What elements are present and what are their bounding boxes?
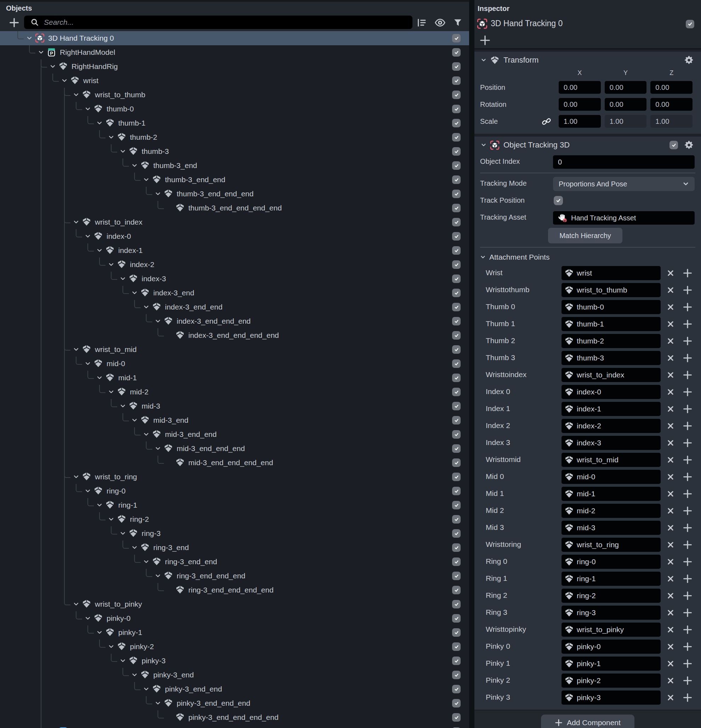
chevron-down-icon[interactable] xyxy=(97,502,102,508)
visibility-checkbox[interactable] xyxy=(452,515,461,524)
add-attachment-button[interactable] xyxy=(683,506,692,516)
tree-row-ring-3-end-end-end[interactable]: ring-3_end_end_end xyxy=(0,569,469,583)
chevron-down-icon[interactable] xyxy=(155,573,161,579)
visibility-checkbox[interactable] xyxy=(452,558,461,566)
chevron-down-icon[interactable] xyxy=(73,474,79,480)
scale-z-field[interactable]: 1.00 xyxy=(650,115,692,128)
visibility-checkbox[interactable] xyxy=(452,374,461,382)
remove-attachment-button[interactable] xyxy=(667,524,675,532)
tree-row-mid-3-end-end[interactable]: mid-3_end_end xyxy=(0,427,469,442)
tree-row-thumb-3-end-end-end-end[interactable]: thumb-3_end_end_end_end xyxy=(0,201,469,215)
tree-row-ring-2[interactable]: ring-2 xyxy=(0,512,469,526)
visibility-checkbox[interactable] xyxy=(452,388,461,396)
visibility-checkbox[interactable] xyxy=(452,260,461,269)
visibility-checkbox[interactable] xyxy=(452,189,461,198)
visibility-checkbox[interactable] xyxy=(452,345,461,354)
add-attachment-button[interactable] xyxy=(683,370,692,380)
visibility-checkbox[interactable] xyxy=(452,175,461,184)
tree-row-wrist-to-thumb[interactable]: wrist_to_thumb xyxy=(0,88,469,102)
visibility-checkbox[interactable] xyxy=(452,218,461,227)
chevron-down-icon[interactable] xyxy=(120,149,126,154)
tree-row-righthandrig[interactable]: RightHandRig xyxy=(0,59,469,74)
remove-attachment-button[interactable] xyxy=(667,337,675,345)
attachment-object-field[interactable]: wrist_to_mid xyxy=(562,453,660,467)
visibility-checkbox[interactable] xyxy=(452,360,461,368)
add-attachment-button[interactable] xyxy=(683,404,692,413)
tree-row-thumb-3-end-end-end[interactable]: thumb-3_end_end_end xyxy=(0,187,469,201)
add-attachment-button[interactable] xyxy=(683,676,692,685)
visibility-checkbox[interactable] xyxy=(452,458,461,467)
attachment-object-field[interactable]: thumb-3 xyxy=(562,351,660,365)
add-attachment-button[interactable] xyxy=(683,642,692,651)
tree-row-pinky-3-end-end-end[interactable]: pinky-3_end_end_end xyxy=(0,696,469,710)
tree-row-thumb-3-end-end[interactable]: thumb-3_end_end xyxy=(0,173,469,187)
chevron-down-icon[interactable] xyxy=(26,35,32,41)
chevron-down-icon[interactable] xyxy=(85,234,91,239)
chevron-down-icon[interactable] xyxy=(62,78,67,84)
visibility-checkbox[interactable] xyxy=(452,529,461,538)
chevron-down-icon[interactable] xyxy=(73,92,79,98)
attachment-object-field[interactable]: mid-3 xyxy=(562,521,660,535)
object-index-field[interactable]: 0 xyxy=(553,155,695,169)
scale-x-field[interactable]: 1.00 xyxy=(559,115,601,128)
attachment-object-field[interactable]: wrist xyxy=(562,266,660,280)
tree-row-mid-3[interactable]: mid-3 xyxy=(0,399,469,413)
tree-row-wrist-to-mid[interactable]: wrist_to_mid xyxy=(0,342,469,357)
scale-y-field[interactable]: 1.00 xyxy=(605,115,647,128)
chevron-down-icon[interactable] xyxy=(108,644,114,650)
attachment-object-field[interactable]: mid-0 xyxy=(562,470,660,484)
tracking-mode-dropdown[interactable]: Proportions And Pose xyxy=(553,177,695,191)
add-attachment-button[interactable] xyxy=(683,302,692,312)
tree-row-pinky-3-end-end-end-end[interactable]: pinky-3_end_end_end_end xyxy=(0,710,469,724)
visibility-checkbox[interactable] xyxy=(452,331,461,339)
tree-row-thumb-3-end[interactable]: thumb-3_end xyxy=(0,159,469,173)
chevron-down-icon[interactable] xyxy=(120,531,126,536)
visibility-checkbox[interactable] xyxy=(452,62,461,71)
visibility-checkbox[interactable] xyxy=(452,77,461,85)
visibility-checkbox[interactable] xyxy=(452,119,461,127)
tree-row-ring-3-end[interactable]: ring-3_end xyxy=(0,540,469,555)
gear-icon[interactable] xyxy=(684,55,694,65)
attachment-object-field[interactable]: index-1 xyxy=(562,402,660,416)
chevron-down-icon[interactable] xyxy=(97,375,102,381)
visibility-checkbox[interactable] xyxy=(452,34,461,42)
chevron-down-icon[interactable] xyxy=(155,446,161,451)
remove-attachment-button[interactable] xyxy=(667,694,675,702)
remove-attachment-button[interactable] xyxy=(667,286,675,294)
tree-row-thumb-0[interactable]: thumb-0 xyxy=(0,102,469,116)
gear-icon[interactable] xyxy=(684,140,694,150)
chevron-down-icon[interactable] xyxy=(132,290,138,296)
attachment-object-field[interactable]: thumb-0 xyxy=(562,300,660,314)
add-attachment-button[interactable] xyxy=(683,472,692,481)
chevron-down-icon[interactable] xyxy=(38,49,44,55)
tree-row-thumb-2[interactable]: thumb-2 xyxy=(0,130,469,144)
attachment-object-field[interactable]: thumb-1 xyxy=(562,317,660,331)
visibility-checkbox[interactable] xyxy=(452,572,461,580)
add-attachment-button[interactable] xyxy=(683,693,692,702)
object-enabled-checkbox[interactable] xyxy=(686,20,694,28)
visibility-checkbox[interactable] xyxy=(452,487,461,495)
attachment-object-field[interactable]: index-2 xyxy=(562,419,660,433)
visibility-checkbox[interactable] xyxy=(452,643,461,651)
outline-view-icon[interactable] xyxy=(416,17,428,29)
tree-row-index-3-end-end-end[interactable]: index-3_end_end_end xyxy=(0,314,469,328)
tree-row-righthandmodel[interactable]: PRightHandModel xyxy=(0,45,469,59)
tree-row-ring-3-end-end[interactable]: ring-3_end_end xyxy=(0,555,469,569)
tree-row-pinky-0[interactable]: pinky-0 xyxy=(0,611,469,625)
chevron-down-icon[interactable] xyxy=(85,106,91,112)
tree-row-ring-1[interactable]: ring-1 xyxy=(0,498,469,512)
chevron-down-icon[interactable] xyxy=(73,601,79,607)
chevron-down-icon[interactable] xyxy=(97,630,102,635)
tree-row-wrist[interactable]: wrist xyxy=(0,74,469,88)
tree-row-wrist-to-pinky[interactable]: wrist_to_pinky xyxy=(0,597,469,611)
search-box[interactable] xyxy=(24,16,413,29)
track-position-checkbox[interactable] xyxy=(554,196,563,205)
remove-attachment-button[interactable] xyxy=(667,269,675,277)
visibility-eye-icon[interactable] xyxy=(434,17,446,29)
add-attachment-button[interactable] xyxy=(683,625,692,634)
remove-attachment-button[interactable] xyxy=(667,422,675,430)
add-attachment-button[interactable] xyxy=(683,608,692,617)
attachment-object-field[interactable]: ring-0 xyxy=(562,555,660,569)
remove-attachment-button[interactable] xyxy=(667,558,675,566)
chevron-down-icon[interactable] xyxy=(85,361,91,367)
